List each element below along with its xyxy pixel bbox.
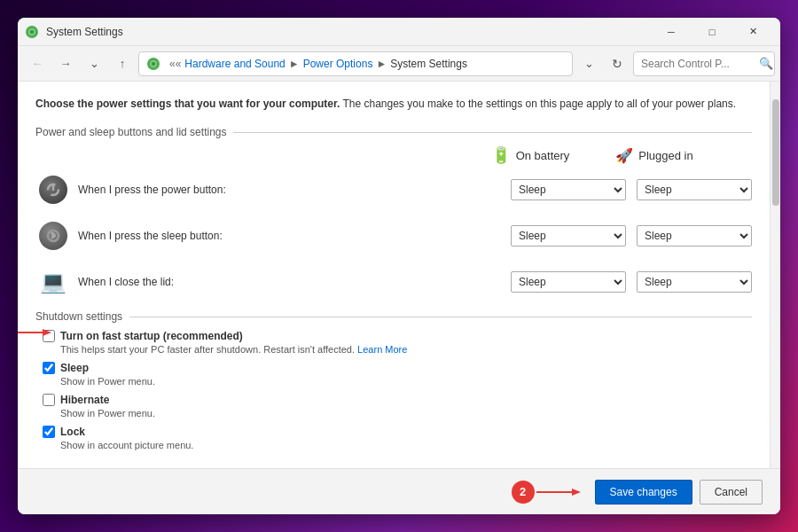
fast-startup-item: 1 Turn on fast startup (recommended) Thi… xyxy=(35,330,752,355)
bc-sep2: ► xyxy=(289,58,300,70)
lock-header: Lock xyxy=(43,426,752,438)
scrollbar-thumb[interactable] xyxy=(772,99,779,206)
power-button-label: When I press the power button: xyxy=(71,184,511,196)
svg-marker-12 xyxy=(572,489,581,496)
bc-system-settings: System Settings xyxy=(390,58,467,70)
fast-startup-header: Turn on fast startup (recommended) xyxy=(43,330,752,342)
lid-icon: 💻 xyxy=(35,264,71,300)
section2-line xyxy=(129,317,752,317)
sleep-checkbox[interactable] xyxy=(43,362,55,374)
power-button-icon xyxy=(35,172,71,207)
sleep-label: Sleep xyxy=(60,362,89,374)
fast-startup-label: Turn on fast startup (recommended) xyxy=(60,330,243,342)
fast-startup-checkbox[interactable] xyxy=(43,330,55,342)
sleep-button-label: When I press the sleep button: xyxy=(71,230,511,242)
power-button-battery-select[interactable]: Sleep Do nothing Hibernate Shut down Tur… xyxy=(511,179,626,200)
address-bar: ← → ⌄ ↑ «« Hardware and Sound ► Power Op… xyxy=(18,46,780,82)
sleep-desc: Show in Power menu. xyxy=(60,376,752,387)
lock-checkbox[interactable] xyxy=(43,426,55,438)
app-icon xyxy=(25,25,39,39)
refresh-button[interactable]: ↻ xyxy=(605,51,630,76)
annotation-2-group: 2 xyxy=(512,481,581,504)
footer: 2 Save changes Cancel xyxy=(18,468,780,514)
lid-row: 💻 When I close the lid: Sleep Do nothing… xyxy=(35,264,752,300)
cancel-button[interactable]: Cancel xyxy=(700,480,763,505)
intro-rest: The changes you make to the settings on … xyxy=(340,98,736,110)
sleep-button-row: When I press the sleep button: Sleep Do … xyxy=(35,218,752,254)
learn-more-link[interactable]: Learn More xyxy=(357,344,407,355)
annotation-2-arrow xyxy=(536,483,581,501)
content-area: Choose the power settings that you want … xyxy=(18,82,780,468)
sleep-button-battery-select[interactable]: Sleep Do nothing Hibernate Shut down Tur… xyxy=(511,225,626,246)
battery-label: On battery xyxy=(516,149,570,162)
section1-divider: Power and sleep buttons and lid settings xyxy=(35,126,752,138)
lid-battery-select[interactable]: Sleep Do nothing Hibernate Shut down Tur… xyxy=(511,271,626,293)
plugged-label: Plugged in xyxy=(638,149,692,162)
sleep-button-dropdowns: Sleep Do nothing Hibernate Shut down Tur… xyxy=(511,225,752,246)
up-button[interactable]: ↑ xyxy=(110,51,135,76)
title-bar: System Settings ─ □ ✕ xyxy=(18,18,780,46)
close-button[interactable]: ✕ xyxy=(732,18,773,46)
dropdown-button[interactable]: ⌄ xyxy=(82,51,106,76)
scrollbar[interactable] xyxy=(770,82,780,468)
section1-label: Power and sleep buttons and lid settings xyxy=(35,126,226,138)
section1-line xyxy=(233,132,752,133)
breadcrumb: «« Hardware and Sound ► Power Options ► … xyxy=(138,51,573,76)
section2-divider: Shutdown settings xyxy=(35,310,752,323)
annotation-2-circle: 2 xyxy=(512,481,535,504)
hibernate-item: Hibernate Show in Power menu. xyxy=(35,394,752,419)
intro-bold: Choose the power settings that you want … xyxy=(35,98,340,110)
section2-label: Shutdown settings xyxy=(35,310,122,323)
power-button-dropdowns: Sleep Do nothing Hibernate Shut down Tur… xyxy=(511,179,752,200)
column-headers: 🔋 On battery 🚀 Plugged in xyxy=(35,145,752,165)
lock-label: Lock xyxy=(60,426,85,438)
svg-point-5 xyxy=(152,62,155,66)
intro-text: Choose the power settings that you want … xyxy=(35,96,752,112)
lid-plugged-select[interactable]: Sleep Do nothing Hibernate Shut down Tur… xyxy=(637,271,752,293)
lock-item: Lock Show in account picture menu. xyxy=(35,426,752,450)
bc-sep1: «« xyxy=(169,58,181,70)
sleep-button-plugged-select[interactable]: Sleep Do nothing Hibernate Shut down Tur… xyxy=(637,225,752,246)
search-icon: 🔍 xyxy=(759,57,773,70)
system-settings-window: System Settings ─ □ ✕ ← → ⌄ ↑ «« Hardwar… xyxy=(18,18,780,514)
laptop-icon: 💻 xyxy=(40,270,66,294)
window-title: System Settings xyxy=(46,26,651,38)
back-button[interactable]: ← xyxy=(25,51,50,76)
bc-power-options[interactable]: Power Options xyxy=(303,58,373,70)
bc-sep3: ► xyxy=(376,58,387,70)
power-button-plugged-select[interactable]: Sleep Do nothing Hibernate Shut down Tur… xyxy=(637,179,752,200)
lid-dropdowns: Sleep Do nothing Hibernate Shut down Tur… xyxy=(511,271,752,293)
sleep-item: Sleep Show in Power menu. xyxy=(35,362,752,387)
dropdown2-button[interactable]: ⌄ xyxy=(576,51,601,76)
hibernate-checkbox[interactable] xyxy=(43,394,55,406)
search-input[interactable] xyxy=(633,51,775,76)
plugged-icon: 🚀 xyxy=(615,147,633,164)
power-button-row: When I press the power button: Sleep Do … xyxy=(35,172,752,207)
fast-startup-desc: This helps start your PC faster after sh… xyxy=(60,344,752,355)
svg-point-2 xyxy=(30,30,34,34)
main-content: Choose the power settings that you want … xyxy=(18,82,770,468)
sleep-button-icon xyxy=(35,218,71,254)
forward-button[interactable]: → xyxy=(53,51,78,76)
minimize-button[interactable]: ─ xyxy=(651,18,692,46)
sleep-header: Sleep xyxy=(43,362,752,374)
bc-hardware-sound[interactable]: Hardware and Sound xyxy=(184,58,285,70)
hibernate-desc: Show in Power menu. xyxy=(60,408,752,419)
hibernate-label: Hibernate xyxy=(60,394,109,406)
hibernate-header: Hibernate xyxy=(43,394,752,406)
lid-label: When I close the lid: xyxy=(71,276,511,288)
battery-icon: 🔋 xyxy=(491,145,511,165)
battery-column-header: 🔋 On battery xyxy=(468,145,592,165)
lock-desc: Show in account picture menu. xyxy=(60,440,752,450)
save-changes-button[interactable]: Save changes xyxy=(595,480,692,505)
maximize-button[interactable]: □ xyxy=(692,18,732,46)
plugged-column-header: 🚀 Plugged in xyxy=(592,145,716,165)
window-controls: ─ □ ✕ xyxy=(651,18,773,46)
